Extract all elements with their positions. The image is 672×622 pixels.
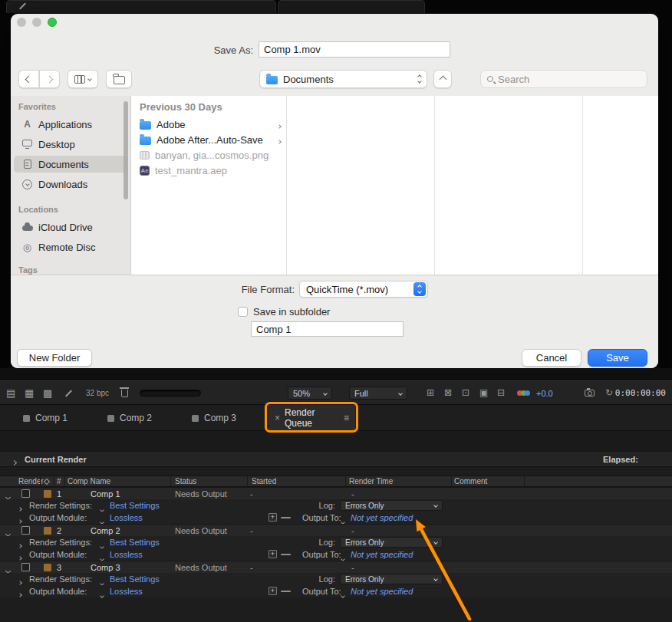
add-output-module-button[interactable]: + — [268, 513, 277, 522]
render-checkbox[interactable] — [21, 526, 30, 535]
close-window-button[interactable] — [17, 18, 26, 27]
sidebar-item-documents[interactable]: Documents — [14, 156, 127, 173]
output-module-link[interactable]: Lossless — [110, 585, 143, 597]
tab-comp-1[interactable]: Comp 1 — [15, 405, 75, 431]
region-of-interest-icon[interactable]: ⊡ — [462, 387, 469, 398]
browser-column — [287, 96, 434, 275]
column-comp-name[interactable]: Comp Name — [68, 477, 110, 485]
rulers-icon[interactable]: ⊟ — [497, 387, 505, 398]
mini-flowchart-icon[interactable]: ▤ — [6, 387, 15, 399]
column-started[interactable]: Started — [252, 477, 276, 485]
output-to-link[interactable]: Not yet specified — [351, 548, 413, 561]
render-item-row[interactable]: 3 Comp 3 Needs Output - - — [0, 561, 672, 573]
sidebar-item-downloads[interactable]: Downloads — [14, 176, 127, 193]
bit-depth-label[interactable]: 32 bpc — [86, 389, 109, 397]
zoom-window-button[interactable] — [48, 18, 57, 27]
expand-chevron-icon[interactable] — [18, 589, 21, 598]
minimize-window-button[interactable] — [32, 18, 41, 27]
label-color-icon[interactable] — [44, 478, 50, 484]
search-field[interactable] — [480, 70, 647, 88]
render-item-row[interactable]: 1 Comp 1 Needs Output - - — [0, 487, 672, 499]
view-mode-button[interactable] — [68, 70, 98, 88]
sidebar-item-remote-disc[interactable]: ◎ Remote Disc — [14, 239, 127, 255]
chevron-right-icon — [278, 119, 281, 130]
panel-menu-icon[interactable]: ≡ — [344, 413, 349, 423]
remove-output-module-button[interactable] — [281, 517, 291, 518]
log-dropdown[interactable]: Errors Only — [340, 574, 443, 584]
label-color-swatch[interactable] — [44, 490, 51, 498]
close-tab-icon[interactable]: × — [275, 413, 280, 423]
stepper-icon — [413, 282, 426, 296]
chevron-down-icon[interactable] — [341, 590, 344, 599]
remove-output-module-button[interactable] — [281, 591, 291, 592]
add-output-module-button[interactable]: + — [268, 550, 277, 558]
filename-input[interactable] — [259, 41, 450, 58]
list-item-test-mantra[interactable]: Ae test_mantra.aep — [131, 163, 286, 178]
location-value: Documents — [283, 74, 334, 85]
refresh-icon[interactable]: ↻ — [605, 387, 613, 398]
disclosure-chevron-icon[interactable] — [12, 457, 16, 466]
file-format-dropdown[interactable]: QuickTime (*.mov) — [299, 281, 428, 298]
new-folder-toolbar-button[interactable] — [106, 70, 132, 88]
add-output-module-button[interactable]: + — [268, 587, 277, 595]
render-settings-link[interactable]: Best Settings — [110, 499, 160, 512]
zoom-dropdown[interactable]: 50% — [288, 387, 332, 400]
sidebar-item-desktop[interactable]: Desktop — [14, 136, 127, 153]
trash-icon[interactable] — [121, 390, 128, 397]
output-module-link[interactable]: Lossless — [110, 548, 143, 561]
tab-render-queue[interactable]: × Render Queue ≡ — [268, 405, 355, 431]
list-item-auto-save[interactable]: Adobe After...Auto-Save — [131, 132, 286, 147]
location-dropdown[interactable]: Documents — [259, 70, 427, 88]
render-settings-label: Render Settings: — [29, 573, 92, 585]
pen-tool-icon[interactable] — [65, 390, 72, 397]
render-checkbox[interactable] — [21, 563, 30, 571]
column-status[interactable]: Status — [175, 477, 196, 485]
parent-folder-button[interactable] — [433, 70, 452, 88]
tab-comp-3[interactable]: Comp 3 — [184, 405, 244, 431]
subfolder-name-input[interactable] — [251, 321, 404, 337]
column-render-time[interactable]: Render Time — [349, 477, 393, 485]
output-module-link[interactable]: Lossless — [110, 512, 143, 524]
save-in-subfolder-checkbox[interactable] — [238, 307, 248, 317]
render-item-row[interactable]: 2 Comp 2 Needs Output - - — [0, 524, 672, 536]
label-color-swatch[interactable] — [44, 564, 51, 571]
column-number[interactable]: # — [57, 477, 61, 485]
exposure-value[interactable]: +0.0 — [536, 389, 553, 398]
forward-button[interactable] — [39, 70, 60, 88]
chevron-down-icon[interactable] — [100, 590, 104, 599]
new-folder-button[interactable]: New Folder — [17, 349, 92, 367]
output-to-link[interactable]: Not yet specified — [351, 512, 413, 524]
render-settings-link[interactable]: Best Settings — [110, 536, 160, 548]
transparency-grid-icon[interactable]: ▩ — [43, 387, 52, 399]
output-to-link[interactable]: Not yet specified — [351, 585, 413, 597]
remove-output-module-button[interactable] — [281, 554, 291, 555]
list-item-adobe[interactable]: Adobe — [131, 117, 286, 132]
tab-comp-2[interactable]: Comp 2 — [100, 405, 160, 431]
sidebar-item-applications[interactable]: A Applications — [14, 116, 127, 133]
render-checkbox[interactable] — [21, 489, 30, 498]
search-input[interactable] — [498, 74, 628, 85]
log-dropdown[interactable]: Errors Only — [340, 500, 443, 511]
guides-icon[interactable]: ▣ — [479, 387, 488, 398]
back-button[interactable] — [18, 70, 39, 88]
mask-visibility-icon[interactable]: ⊠ — [444, 387, 452, 398]
snapshot-camera-icon[interactable] — [585, 390, 595, 397]
timecode[interactable]: 0:00:00:00 — [615, 388, 666, 398]
resolution-dropdown[interactable]: Full — [349, 387, 407, 400]
sidebar-item-icloud-drive[interactable]: iCloud Drive — [14, 219, 127, 235]
sidebar-scrollbar[interactable] — [124, 101, 128, 199]
comp-name: Comp 2 — [91, 525, 120, 537]
cancel-button[interactable]: Cancel — [522, 349, 581, 367]
label-color-swatch[interactable] — [44, 527, 51, 535]
save-button[interactable]: Save — [588, 349, 647, 367]
render-settings-link[interactable]: Best Settings — [110, 573, 160, 585]
choose-grid-icon[interactable]: ⊞ — [427, 387, 434, 398]
channel-icon[interactable] — [519, 390, 530, 396]
log-dropdown[interactable]: Errors Only — [340, 537, 443, 548]
render-settings-label: Render Settings: — [29, 536, 92, 548]
comp-name: Comp 1 — [91, 488, 120, 500]
snapshot-grid-icon[interactable]: ▦ — [25, 387, 34, 399]
list-item-banyan-png[interactable]: banyan, gia...cosmos.png — [131, 147, 286, 163]
column-comment[interactable]: Comment — [454, 477, 487, 485]
output-to-label: Output To: — [302, 585, 335, 597]
